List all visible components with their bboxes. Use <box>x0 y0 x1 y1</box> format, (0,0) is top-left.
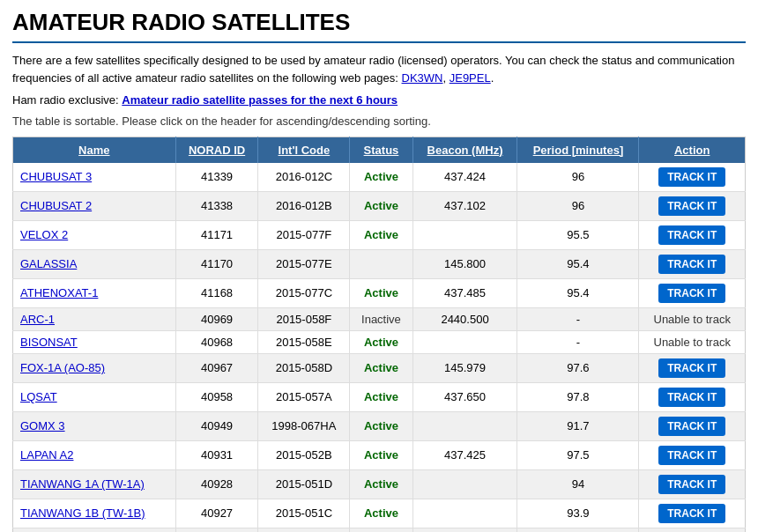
track-it-button[interactable]: TRACK IT <box>658 504 725 523</box>
cell-name: ATHENOXAT-1 <box>13 278 176 307</box>
satellite-link[interactable]: TIANWANG 1A (TW-1A) <box>20 477 145 491</box>
cell-status: Active <box>350 330 412 353</box>
cell-period: - <box>517 307 639 330</box>
cell-status: Active <box>350 469 412 499</box>
col-beacon[interactable]: Beacon (MHz) <box>412 137 517 163</box>
track-it-button[interactable]: TRACK IT <box>658 255 725 274</box>
cell-norad: 40926 <box>175 528 258 532</box>
cell-action: TRACK IT <box>639 163 746 192</box>
satellite-link[interactable]: ATHENOXAT-1 <box>20 286 98 299</box>
satellite-link[interactable]: LQSAT <box>20 390 57 403</box>
satellite-link[interactable]: VELOX 2 <box>20 228 68 241</box>
table-row: GALASSIA411702015-077E145.80095.4TRACK I… <box>13 249 746 278</box>
cell-status: Active <box>350 440 412 469</box>
cell-period: 96 <box>517 163 639 192</box>
cell-period: 97.8 <box>517 382 639 411</box>
satellite-link[interactable]: LAPAN A2 <box>20 448 73 462</box>
satellite-link[interactable]: CHUBUSAT 3 <box>20 170 92 183</box>
je9pel-link[interactable]: JE9PEL <box>450 71 491 85</box>
cell-norad: 40949 <box>175 411 258 440</box>
table-row: CHUBUSAT 2413382016-012BActive437.10296T… <box>13 191 746 220</box>
cell-status: Active <box>350 528 412 532</box>
cell-name: GOMX 3 <box>13 411 176 440</box>
satellite-link[interactable]: CHUBUSAT 2 <box>20 199 92 212</box>
satellite-link[interactable]: GOMX 3 <box>20 419 65 432</box>
cell-action: TRACK IT <box>639 278 746 307</box>
table-header-row: Name NORAD ID Int'l Code Status Beacon (… <box>13 137 746 163</box>
cell-intl: 2016-012C <box>258 163 350 192</box>
cell-name: TIANWANG 1B (TW-1B) <box>13 499 176 528</box>
col-period[interactable]: Period [minutes] <box>517 137 639 163</box>
cell-intl: 2015-051D <box>258 469 350 499</box>
col-intl[interactable]: Int'l Code <box>258 137 350 163</box>
cell-status: Active <box>350 278 412 307</box>
cell-period: 95.5 <box>517 220 639 249</box>
track-it-button[interactable]: TRACK IT <box>658 475 725 494</box>
cell-name: CHUBUSAT 3 <box>13 163 176 192</box>
cell-intl: 2015-058E <box>258 330 350 353</box>
cell-status <box>350 249 412 278</box>
description-text: There are a few satellites specifically … <box>12 52 746 86</box>
cell-status: Active <box>350 499 412 528</box>
cell-status: Active <box>350 220 412 249</box>
cell-period: 93.9 <box>517 499 639 528</box>
col-status[interactable]: Status <box>350 137 412 163</box>
cell-beacon: 437.424 <box>412 163 517 192</box>
satellite-link[interactable]: BISONSAT <box>20 336 78 349</box>
track-it-button[interactable]: TRACK IT <box>658 167 725 187</box>
cell-intl: 2015-058F <box>258 307 350 330</box>
cell-intl: 2015-052B <box>258 440 350 469</box>
table-row: VELOX 2411712015-077FActive95.5TRACK IT <box>13 220 746 249</box>
cell-beacon <box>412 528 517 532</box>
cell-name: TIANWANG 1C (TW-1C) <box>13 528 176 532</box>
cell-norad: 41338 <box>175 191 258 220</box>
cell-norad: 40931 <box>175 440 258 469</box>
cell-name: CHUBUSAT 2 <box>13 191 176 220</box>
col-action: Action <box>639 137 746 163</box>
table-row: LAPAN A2409312015-052BActive437.42597.5T… <box>13 440 746 469</box>
cell-period: 97.5 <box>517 440 639 469</box>
col-norad[interactable]: NORAD ID <box>175 137 258 163</box>
cell-name: LAPAN A2 <box>13 440 176 469</box>
col-name[interactable]: Name <box>13 137 176 163</box>
cell-intl: 2015-051C <box>258 499 350 528</box>
cell-period: 91.7 <box>517 411 639 440</box>
cell-beacon <box>412 499 517 528</box>
track-it-button[interactable]: TRACK IT <box>658 284 725 303</box>
cell-name: TIANWANG 1A (TW-1A) <box>13 469 176 499</box>
dk3wn-link[interactable]: DK3WN <box>402 71 443 85</box>
satellite-link[interactable]: ARC-1 <box>20 313 55 326</box>
track-it-button[interactable]: TRACK IT <box>658 196 725 216</box>
cell-status: Active <box>350 353 412 382</box>
track-it-button[interactable]: TRACK IT <box>658 417 725 436</box>
cell-name: VELOX 2 <box>13 220 176 249</box>
track-it-button[interactable]: TRACK IT <box>658 225 725 245</box>
sortable-note: The table is sortable. Please click on t… <box>12 115 746 128</box>
cell-beacon <box>412 330 517 353</box>
ham-exclusive-line: Ham radio exclusive: Amateur radio satel… <box>12 92 746 109</box>
track-it-button[interactable]: TRACK IT <box>658 446 725 465</box>
cell-beacon: 437.425 <box>412 440 517 469</box>
cell-intl: 2015-077F <box>258 220 350 249</box>
cell-action: TRACK IT <box>639 469 746 499</box>
cell-status: Inactive <box>350 307 412 330</box>
satellite-link[interactable]: GALASSIA <box>20 257 77 270</box>
track-it-button[interactable]: TRACK IT <box>658 388 725 407</box>
cell-period: 96 <box>517 191 639 220</box>
cell-action: TRACK IT <box>639 353 746 382</box>
cell-name: ARC-1 <box>13 307 176 330</box>
table-row: TIANWANG 1A (TW-1A)409282015-051DActive9… <box>13 469 746 499</box>
satellite-link[interactable]: TIANWANG 1B (TW-1B) <box>20 506 145 520</box>
satellites-table: Name NORAD ID Int'l Code Status Beacon (… <box>12 137 746 533</box>
ham-passes-link[interactable]: Amateur radio satellite passes for the n… <box>122 93 398 107</box>
table-row: ARC-1409692015-058FInactive2440.500-Unab… <box>13 307 746 330</box>
cell-norad: 40958 <box>175 382 258 411</box>
satellite-link[interactable]: FOX-1A (AO-85) <box>20 361 105 374</box>
cell-norad: 41170 <box>175 249 258 278</box>
cell-status: Active <box>350 382 412 411</box>
cell-norad: 40968 <box>175 330 258 353</box>
unable-to-track-label: Unable to track <box>654 336 731 349</box>
cell-beacon <box>412 411 517 440</box>
cell-action: TRACK IT <box>639 499 746 528</box>
track-it-button[interactable]: TRACK IT <box>658 358 725 378</box>
